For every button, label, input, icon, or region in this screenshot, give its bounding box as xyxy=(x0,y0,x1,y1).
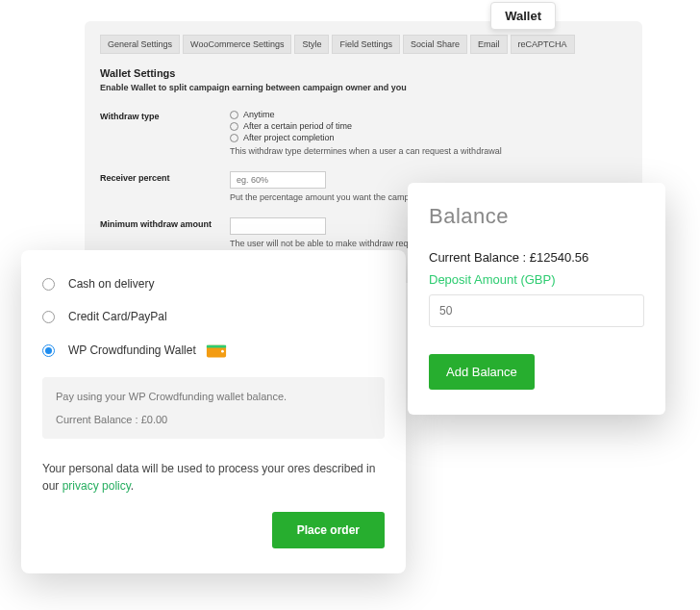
withdraw-type-row: Withdraw type Anytime After a certain pe… xyxy=(100,110,627,156)
withdraw-option-label: After a certain period of time xyxy=(243,121,352,131)
pay-option-label: Credit Card/PayPal xyxy=(68,310,167,323)
balance-current: Current Balance : £12540.56 xyxy=(429,250,644,265)
radio-icon-selected xyxy=(42,344,55,357)
withdraw-option-anytime[interactable]: Anytime xyxy=(230,110,627,119)
tab-field-settings[interactable]: Field Settings xyxy=(332,35,400,54)
place-order-button[interactable]: Place order xyxy=(272,512,385,548)
minimum-withdraw-label: Minimum withdraw amount xyxy=(100,217,230,248)
privacy-policy-link[interactable]: privacy policy xyxy=(62,479,131,493)
withdraw-type-label: Withdraw type xyxy=(100,110,230,156)
tab-woocommerce-settings[interactable]: WooCommerce Settings xyxy=(183,35,291,54)
pay-option-cod[interactable]: Cash on delivery xyxy=(42,277,385,291)
balance-title: Balance xyxy=(429,204,644,229)
svg-rect-1 xyxy=(207,345,226,348)
minimum-withdraw-input[interactable] xyxy=(230,217,326,235)
wallet-settings-subheading: Enable Wallet to split campaign earning … xyxy=(100,83,627,92)
wallet-info-text: Pay using your WP Crowdfunding wallet ba… xyxy=(56,391,371,402)
wallet-info-box: Pay using your WP Crowdfunding wallet ba… xyxy=(42,377,385,439)
add-balance-button[interactable]: Add Balance xyxy=(429,354,535,390)
tab-email[interactable]: Email xyxy=(470,35,508,54)
receiver-percent-input[interactable] xyxy=(230,171,326,189)
withdraw-option-label: After project completion xyxy=(243,133,335,142)
tab-social-share[interactable]: Social Share xyxy=(403,35,467,54)
withdraw-option-period[interactable]: After a certain period of time xyxy=(230,121,627,131)
receiver-percent-label: Receiver percent xyxy=(100,171,230,202)
pay-option-wallet[interactable]: WP Crowdfunding Wallet xyxy=(42,343,385,358)
settings-tabs: General Settings WooCommerce Settings St… xyxy=(100,35,627,54)
tab-style[interactable]: Style xyxy=(294,35,329,54)
privacy-notice: Your personal data will be used to proce… xyxy=(42,460,385,495)
withdraw-option-label: Anytime xyxy=(243,110,275,119)
tab-general-settings[interactable]: General Settings xyxy=(100,35,180,54)
balance-card: Balance Current Balance : £12540.56 Depo… xyxy=(408,183,665,415)
pay-option-label: WP Crowdfunding Wallet xyxy=(68,343,196,357)
radio-icon xyxy=(42,311,55,323)
checkout-panel: Cash on delivery Credit Card/PayPal WP C… xyxy=(21,250,406,573)
wallet-current-balance: Current Balance : £0.00 xyxy=(56,414,371,425)
pay-option-card[interactable]: Credit Card/PayPal xyxy=(42,310,385,323)
withdraw-option-completion[interactable]: After project completion xyxy=(230,133,627,142)
wallet-settings-heading: Wallet Settings xyxy=(100,67,627,79)
radio-icon xyxy=(42,278,55,291)
tab-recaptcha[interactable]: reCAPTCHA xyxy=(511,35,575,54)
deposit-amount-input[interactable] xyxy=(429,294,644,327)
pay-option-label: Cash on delivery xyxy=(68,277,154,291)
wallet-tooltip: Wallet xyxy=(490,2,556,30)
deposit-amount-label: Deposit Amount (GBP) xyxy=(429,272,644,287)
svg-point-2 xyxy=(221,350,224,353)
withdraw-help-text: This withdraw type determines when a use… xyxy=(230,146,627,156)
privacy-period: . xyxy=(131,479,134,493)
wallet-icon xyxy=(206,343,227,358)
